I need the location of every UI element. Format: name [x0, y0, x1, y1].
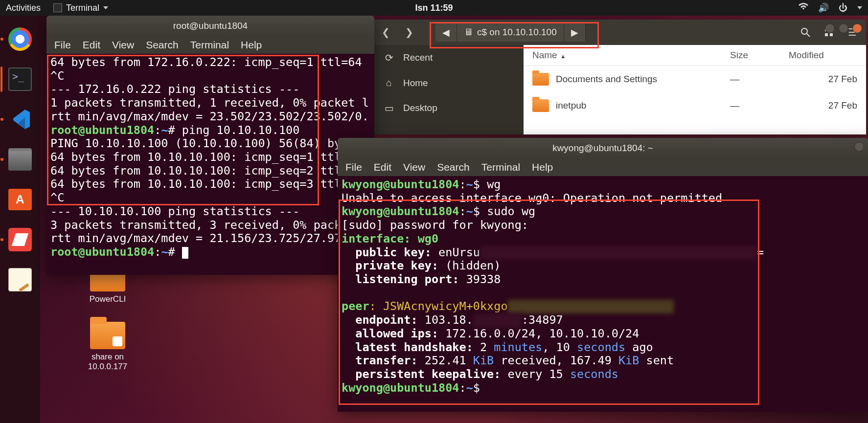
chrome-icon	[8, 27, 32, 51]
menu-view[interactable]: View	[403, 161, 425, 173]
dock	[0, 16, 40, 423]
terminal-text: Unable to access interface wg0: Operatio…	[342, 191, 722, 205]
wg-value: sent	[639, 354, 674, 367]
menu-help[interactable]: Help	[241, 39, 262, 51]
sort-asc-icon: ▲	[560, 53, 566, 60]
desktop-icon-label: 10.0.0.177	[73, 362, 142, 372]
nav-back-button[interactable]: ❮	[377, 23, 394, 41]
prompt-path: ~	[466, 204, 473, 218]
clock[interactable]: Isn 11:59	[415, 3, 453, 13]
file-modified: 27 Feb	[789, 74, 857, 85]
nautilus-window[interactable]: ❮ ❯ ◀ 🖥 c$ on 10.10.10.100 ▶ ☰ ⟳Recent ⌂…	[372, 20, 866, 134]
files-columns-header[interactable]: Name▲ Size Modified	[524, 45, 866, 66]
wifi-icon[interactable]	[799, 3, 808, 13]
col-size[interactable]: Size	[730, 50, 789, 61]
prompt-path: ~	[466, 178, 473, 191]
recent-icon: ⟳	[384, 52, 394, 64]
prompt-user: root@ubuntu1804	[50, 123, 154, 137]
dock-chrome[interactable]	[5, 24, 35, 54]
files-listview[interactable]: Name▲ Size Modified Documents and Settin…	[524, 45, 866, 134]
menu-terminal[interactable]: Terminal	[190, 39, 229, 51]
text-editor-icon	[8, 268, 32, 291]
volume-icon[interactable]: 🔊	[818, 2, 829, 13]
file-name-text: inetpub	[556, 100, 586, 111]
col-modified[interactable]: Modified	[789, 50, 857, 61]
menu-edit[interactable]: Edit	[374, 161, 391, 173]
window-titlebar[interactable]: root@ubuntu1804	[46, 16, 374, 36]
dock-terminal[interactable]	[5, 65, 35, 94]
wg-label: private key:	[342, 259, 438, 272]
col-name[interactable]: Name	[532, 50, 557, 60]
menu-help[interactable]: Help	[532, 161, 553, 173]
nav-forward-button[interactable]: ❯	[400, 23, 418, 41]
system-menu-chevron-icon[interactable]	[857, 6, 862, 9]
dock-software[interactable]	[5, 185, 35, 214]
dock-texteditor[interactable]	[5, 265, 35, 294]
sidebar-label: Desktop	[403, 103, 437, 113]
sidebar-item-recent[interactable]: ⟳Recent	[372, 45, 524, 70]
file-size: —	[730, 74, 789, 85]
file-size: —	[730, 100, 789, 111]
menu-terminal[interactable]: Terminal	[481, 161, 520, 173]
search-button[interactable]	[797, 23, 814, 41]
window-close-button[interactable]	[852, 23, 862, 33]
desktop-icon-label: PowerCLI	[73, 294, 142, 304]
wg-unit: minutes	[494, 340, 542, 354]
menu-file[interactable]: File	[54, 39, 71, 51]
wg-peer-key: peer	[342, 299, 369, 313]
redacted-text: XXXXXXXXXXXXXXXXXXXXXXXX	[508, 300, 674, 313]
wg-label: listening port:	[342, 272, 459, 286]
menu-search[interactable]: Search	[146, 39, 179, 51]
file-row[interactable]: Documents and Settings — 27 Feb	[524, 66, 866, 92]
sidebar-item-desktop[interactable]: ▭Desktop	[372, 95, 524, 121]
window-minimize-button[interactable]	[825, 23, 835, 33]
wg-peer-val: : JSWAcnywicyM+0kxgo	[369, 299, 508, 313]
folder-icon	[532, 73, 549, 86]
home-icon: ⌂	[384, 77, 394, 89]
wg-interface-val: : wg0	[404, 232, 438, 245]
path-location[interactable]: 🖥 c$ on 10.10.10.100	[457, 23, 564, 42]
wg-interface-key: interface	[342, 232, 404, 245]
terminal-output[interactable]: kwyong@ubuntu1804:~$ wg Unable to access…	[338, 176, 868, 412]
dock-anydesk[interactable]	[5, 225, 35, 254]
terminal-icon	[8, 67, 32, 91]
terminal-window-kwyong[interactable]: kwyong@ubuntu1804: ~ File Edit View Sear…	[338, 138, 868, 412]
path-bar[interactable]: ◀ 🖥 c$ on 10.10.10.100 ▶	[435, 23, 586, 42]
wg-label: persistent keepalive:	[342, 367, 501, 381]
menu-file[interactable]: File	[345, 161, 362, 173]
terminal-window-root[interactable]: root@ubuntu1804 File Edit View Search Te…	[46, 16, 374, 275]
window-title: root@ubuntu1804	[173, 21, 248, 31]
terminal-mini-icon	[53, 3, 62, 12]
window-minimize-button[interactable]	[854, 142, 864, 152]
window-maximize-button[interactable]	[839, 23, 848, 33]
power-icon[interactable]: ⏻	[839, 3, 847, 13]
svg-rect-5	[830, 33, 833, 36]
app-menu-label: Terminal	[66, 3, 99, 13]
chevron-down-icon	[103, 6, 108, 9]
desktop-icons: PowerCLI share on 10.0.0.177	[73, 264, 142, 389]
terminal-text: 64 bytes from 172.16.0.222: icmp_seq=1 t…	[50, 55, 369, 123]
path-next-button[interactable]: ▶	[564, 23, 586, 42]
file-row[interactable]: inetpub — 27 Feb	[524, 92, 866, 119]
window-titlebar[interactable]: kwyong@ubuntu1804: ~	[338, 138, 868, 158]
wg-value: 252.41	[418, 354, 473, 367]
desktop-folder-share[interactable]: share on 10.0.0.177	[73, 322, 142, 372]
menu-edit[interactable]: Edit	[83, 39, 100, 51]
wg-value: enUrsu	[432, 245, 480, 259]
prompt-path: ~	[466, 381, 473, 395]
command-text: ping 10.10.10.100	[182, 123, 300, 137]
menu-search[interactable]: Search	[437, 161, 470, 173]
svg-line-1	[807, 34, 810, 37]
wg-unit: KiB	[473, 354, 494, 367]
activities-button[interactable]: Activities	[6, 3, 41, 13]
dock-files[interactable]	[5, 145, 35, 174]
sidebar-label: Home	[403, 78, 428, 89]
path-prev-button[interactable]: ◀	[435, 23, 457, 42]
app-menu[interactable]: Terminal	[53, 3, 108, 13]
network-folder-icon	[90, 322, 125, 349]
menu-view[interactable]: View	[112, 39, 134, 51]
sidebar-item-home[interactable]: ⌂Home	[372, 70, 524, 95]
terminal-output[interactable]: 64 bytes from 172.16.0.222: icmp_seq=1 t…	[46, 54, 374, 275]
wg-label: transfer:	[342, 354, 418, 367]
dock-vscode[interactable]	[5, 105, 35, 134]
